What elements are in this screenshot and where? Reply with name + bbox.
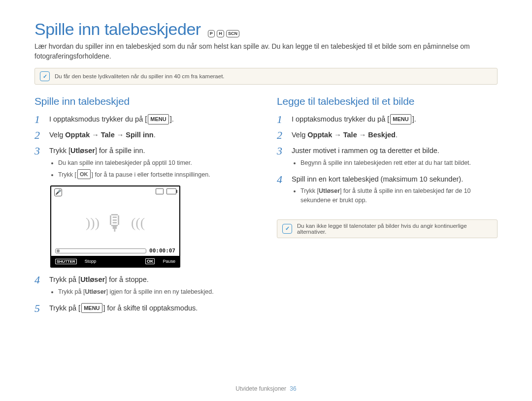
camera-lcd-illustration: 🎤 ))) 🎙 ((( 00:00:07 SHUTTER Stopp OK: [50, 185, 180, 268]
step-3-bullet-1: Du kan spille inn talebeskjeder på oppti…: [58, 158, 255, 168]
note-text-2: Du kan ikke legge til talenotater på bil…: [297, 223, 492, 235]
page-title: Spille inn talebeskjeder: [34, 20, 201, 39]
page-footer: Utvidete funksjoner 36: [0, 385, 532, 392]
r-step-4-bullet: Trykk [Utløser] for å slutte å spille in…: [300, 186, 498, 205]
step-4: Trykk på [Utløser] for å stoppe. Trykk p…: [49, 275, 255, 298]
step-1: I opptaksmodus trykker du på [MENU].: [49, 114, 255, 125]
lcd-stop-label: Stopp: [85, 259, 97, 264]
step-number: 4: [34, 275, 43, 285]
step-2: Velg Opptak → Tale → Spill inn.: [49, 130, 255, 141]
r-step-3-bullet: Begynn å spille inn talebeskjeden rett e…: [300, 158, 498, 168]
shutter-label-icon: SHUTTER: [55, 259, 77, 264]
menu-key-icon: MENU: [81, 303, 102, 313]
intro-text: Lær hvordan du spiller inn en talebeskje…: [34, 42, 498, 61]
menu-key-icon: MENU: [148, 114, 168, 124]
r-step-3: Juster motivet i rammen og ta deretter e…: [292, 146, 498, 169]
step-3: Trykk [Utløser] for å spille inn. Du kan…: [49, 146, 255, 181]
sound-wave-right-icon: (((: [131, 215, 145, 231]
step-number: 3: [277, 146, 286, 156]
mode-p-icon: P: [208, 30, 215, 37]
card-icon: [156, 188, 164, 194]
step-number: 2: [34, 130, 43, 141]
step-number: 4: [277, 174, 286, 185]
footer-page-number: 36: [290, 385, 296, 392]
progress-bar: [55, 248, 146, 253]
heading-add-voice: Legge til talebeskjed til et bilde: [277, 95, 498, 107]
sound-wave-left-icon: ))): [86, 215, 100, 231]
section-add-voice-to-image: Legge til talebeskjed til et bilde 1 I o…: [277, 95, 498, 319]
heading-record-voice: Spille inn talebeskjed: [34, 95, 255, 107]
step-3-bullet-2: Trykk [OK] for å ta pause i eller fortse…: [58, 169, 255, 180]
step-number: 1: [34, 114, 43, 125]
step-number: 3: [34, 146, 43, 156]
note-icon: ✓: [282, 224, 292, 234]
battery-icon: [166, 188, 176, 194]
menu-key-icon: MENU: [390, 114, 411, 124]
lcd-pause-label: Pause: [163, 259, 175, 264]
note-icon: ✓: [40, 71, 50, 81]
step-number: 2: [277, 130, 286, 141]
step-number: 1: [277, 114, 286, 125]
mode-h-icon: H: [217, 30, 224, 37]
r-step-1: I opptaksmodus trykker du på [MENU].: [292, 114, 498, 125]
mic-icon: 🎤: [54, 188, 62, 196]
note-continuous-mode: ✓ Du kan ikke legge til talenotater på b…: [277, 219, 498, 238]
ok-label-icon: OK: [145, 258, 155, 264]
step-5: Trykk på [MENU] for å skifte til opptaks…: [49, 303, 255, 314]
r-step-4: Spill inn en kort talebeskjed (maksimum …: [292, 174, 498, 207]
ok-key-icon: OK: [77, 169, 91, 180]
section-record-voice: Spille inn talebeskjed 1 I opptaksmodus …: [34, 95, 255, 319]
mode-scn-icon: SCN: [226, 30, 239, 37]
r-step-2: Velg Opptak → Tale → Beskjed.: [292, 130, 498, 141]
step-4-bullet: Trykk på [Utløser] igjen for å spille in…: [58, 287, 255, 297]
microphone-large-icon: 🎙: [104, 211, 126, 235]
footer-section-name: Utvidete funksjoner: [235, 385, 286, 392]
step-number: 5: [34, 303, 43, 314]
note-text: Du får den beste lydkvaliteten når du sp…: [55, 73, 225, 79]
elapsed-time: 00:00:07: [149, 247, 175, 254]
note-sound-quality: ✓ Du får den beste lydkvaliteten når du …: [34, 68, 498, 85]
